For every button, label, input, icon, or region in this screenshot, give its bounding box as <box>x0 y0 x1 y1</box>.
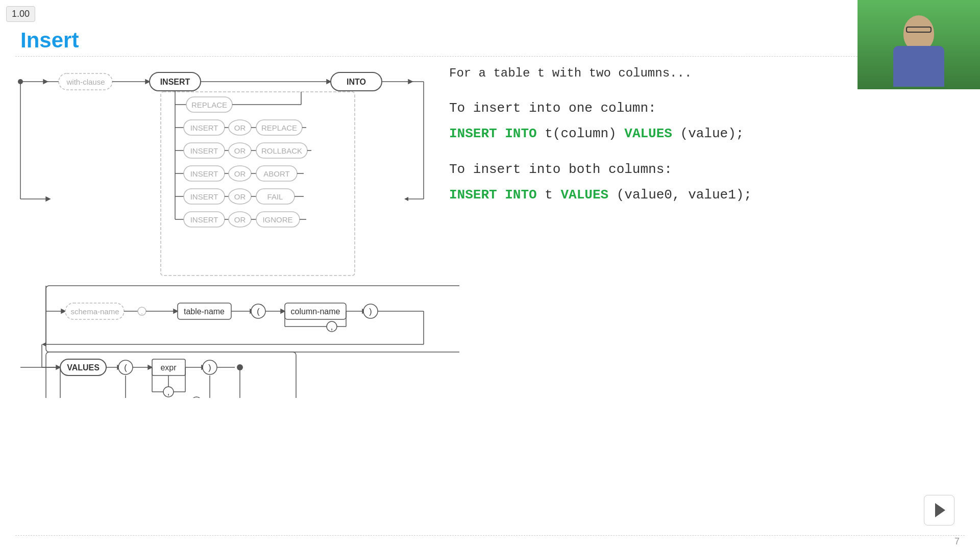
svg-marker-7 <box>145 80 150 84</box>
svg-text:IGNORE: IGNORE <box>262 215 292 224</box>
svg-text:(: ( <box>124 363 127 372</box>
page-title: Insert <box>20 28 79 53</box>
svg-text:REPLACE: REPLACE <box>261 123 297 132</box>
svg-text:OR: OR <box>234 192 246 201</box>
code-t-col: t(column) <box>545 126 616 141</box>
svg-text:INSERT: INSERT <box>160 78 190 86</box>
svg-text:VALUES: VALUES <box>67 363 100 372</box>
section2-heading: To insert into both columns: <box>449 162 965 177</box>
section2-code: INSERT INTO t VALUES (value0, value1); <box>449 187 965 203</box>
svg-text:(: ( <box>257 307 260 316</box>
svg-text:): ) <box>369 307 372 316</box>
svg-text:FAIL: FAIL <box>267 192 283 201</box>
svg-text:OR: OR <box>234 123 246 132</box>
svg-text:INSERT: INSERT <box>190 169 218 178</box>
code-insert-kw: INSERT <box>449 126 497 141</box>
svg-marker-81 <box>404 197 408 201</box>
svg-text:INSERT: INSERT <box>190 123 218 132</box>
code-insert-kw2: INSERT <box>449 187 497 203</box>
svg-text:,: , <box>195 398 198 398</box>
svg-text:expr: expr <box>160 363 177 372</box>
svg-rect-16 <box>161 92 355 276</box>
code-t2: t <box>545 187 553 203</box>
svg-text:with-clause: with-clause <box>66 78 105 86</box>
person-glasses <box>906 27 932 33</box>
diagram-svg: with-clause INSERT INTO REPLACE INSERT <box>15 61 459 398</box>
svg-text:OR: OR <box>234 169 246 178</box>
bottom-divider <box>15 535 965 536</box>
code-values-kw2: VALUES <box>560 187 608 203</box>
svg-text:column-name: column-name <box>291 307 340 316</box>
page-number: 7 <box>954 536 960 547</box>
railroad-diagram: with-clause INSERT INTO REPLACE INSERT <box>15 61 459 398</box>
code-into-kw: INTO <box>505 126 536 141</box>
code-val: (value); <box>680 126 744 141</box>
svg-text:schema-name: schema-name <box>70 307 119 316</box>
code-into-kw2: INTO <box>505 187 536 203</box>
svg-text:.: . <box>141 307 143 316</box>
text-panel: For a table t with two columns... To ins… <box>449 66 965 207</box>
svg-text:): ) <box>208 363 211 372</box>
svg-text:REPLACE: REPLACE <box>191 101 227 109</box>
svg-text:INTO: INTO <box>347 78 366 86</box>
intro-text: For a table t with two columns... <box>449 66 965 80</box>
svg-text:,: , <box>331 322 333 331</box>
svg-marker-11 <box>327 80 331 84</box>
svg-text:INSERT: INSERT <box>190 215 218 224</box>
section1-code: INSERT INTO t(column) VALUES (value); <box>449 126 965 141</box>
code-values-kw: VALUES <box>624 126 672 141</box>
svg-marker-84 <box>46 197 50 201</box>
svg-marker-120 <box>42 342 46 346</box>
svg-text:ABORT: ABORT <box>263 169 289 178</box>
speed-badge: 1.00 <box>6 6 35 22</box>
section1-heading: To insert into one column: <box>449 101 965 116</box>
svg-text:OR: OR <box>234 215 246 224</box>
top-divider <box>15 56 965 57</box>
svg-text:ROLLBACK: ROLLBACK <box>261 146 302 155</box>
svg-text:,: , <box>167 388 169 396</box>
svg-text:table-name: table-name <box>184 307 225 316</box>
play-button[interactable] <box>924 495 954 525</box>
code-val2: (value0, value1); <box>617 187 752 203</box>
svg-text:INSERT: INSERT <box>190 146 218 155</box>
svg-marker-1 <box>43 80 47 84</box>
svg-text:OR: OR <box>234 146 246 155</box>
svg-text:INSERT: INSERT <box>190 192 218 201</box>
